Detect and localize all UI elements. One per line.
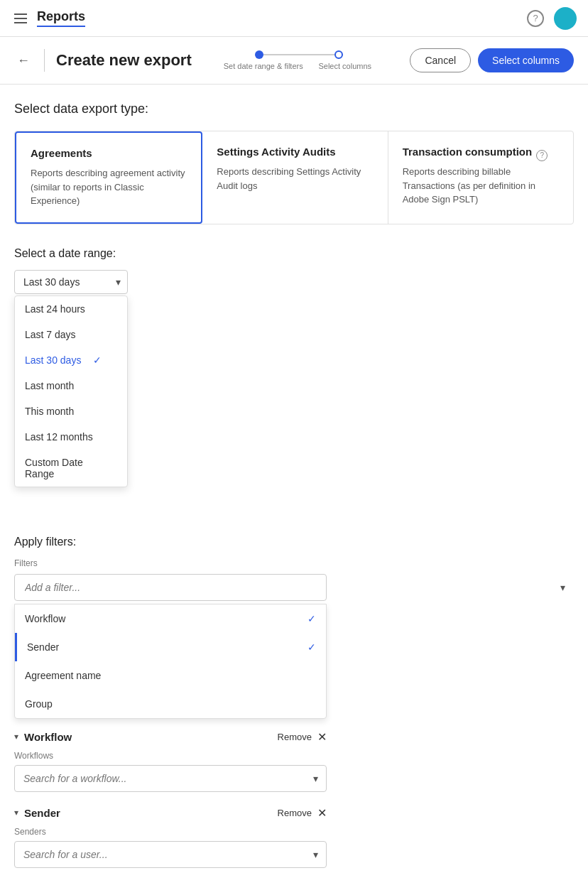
export-card-agreements-title: Agreements xyxy=(31,147,187,159)
export-type-grid: Agreements Reports describing agreement … xyxy=(14,131,574,224)
filters-label: Filters xyxy=(14,558,574,568)
date-option-last-month[interactable]: Last month xyxy=(15,373,127,398)
filter-sender-field-label: Senders xyxy=(14,827,327,837)
date-range-dropdown-wrapper: Last 30 days ▾ Last 24 hours Last 7 days… xyxy=(14,270,128,294)
filter-sender-search-wrapper: ▾ xyxy=(14,841,327,868)
filter-option-sender-label: Sender xyxy=(27,641,59,653)
filters-section: Apply filters: Filters ▾ Workflow ✓ Send… xyxy=(14,536,574,868)
filter-option-sender[interactable]: Sender ✓ xyxy=(15,633,326,661)
filter-dropdown: Workflow ✓ Sender ✓ Agreement name Group xyxy=(14,604,327,719)
filter-workflow-search-input[interactable] xyxy=(14,765,327,792)
stepper-dot-2 xyxy=(334,50,343,59)
stepper-track xyxy=(255,50,343,59)
filter-option-workflow-label: Workflow xyxy=(25,613,65,624)
filter-option-sender-check: ✓ xyxy=(307,641,316,653)
main-content: Select data export type: Agreements Repo… xyxy=(0,85,588,895)
stepper-line xyxy=(263,54,334,55)
apply-filters-title: Apply filters: xyxy=(14,536,574,548)
filter-option-group[interactable]: Group xyxy=(15,690,326,718)
filter-workflow-search-wrapper: ▾ xyxy=(14,765,327,792)
filter-block-sender: ▾ Sender Remove ✕ Senders ▾ xyxy=(14,806,327,868)
filter-sender-search-chevron: ▾ xyxy=(313,849,318,860)
filter-option-agreement-name[interactable]: Agreement name xyxy=(15,661,326,690)
date-option-last-24[interactable]: Last 24 hours xyxy=(15,296,127,322)
filter-sender-search-input[interactable] xyxy=(14,841,327,868)
date-range-value: Last 30 days xyxy=(23,276,80,288)
page-header: ← Create new export Set date range & fil… xyxy=(0,37,588,85)
date-option-last-12-label: Last 12 months xyxy=(25,431,93,443)
export-card-agreements[interactable]: Agreements Reports describing agreement … xyxy=(15,131,202,224)
hamburger-menu-icon[interactable] xyxy=(11,11,30,26)
cancel-button[interactable]: Cancel xyxy=(410,48,471,72)
date-option-last-24-label: Last 24 hours xyxy=(25,303,85,315)
date-range-menu: Last 24 hours Last 7 days Last 30 days ✓… xyxy=(14,295,128,487)
date-option-last-30-checkmark: ✓ xyxy=(93,354,102,366)
filter-sender-remove-button[interactable]: Remove xyxy=(278,808,312,818)
filter-block-workflow-left: ▾ Workflow xyxy=(14,731,72,743)
stepper-label-2: Select columns xyxy=(310,62,381,70)
filter-block-sender-left: ▾ Sender xyxy=(14,807,60,819)
stepper-label-1: Set date range & filters xyxy=(217,62,310,70)
avatar[interactable] xyxy=(554,7,577,30)
header-actions: Cancel Select columns xyxy=(410,48,574,72)
export-card-transaction-desc: Reports describing billable Transactions… xyxy=(403,165,559,207)
select-columns-button[interactable]: Select columns xyxy=(478,48,574,72)
stepper-dot-1 xyxy=(255,50,263,59)
filter-block-workflow-actions: Remove ✕ xyxy=(278,730,327,744)
help-icon[interactable]: ? xyxy=(527,10,544,27)
filter-option-agreement-name-label: Agreement name xyxy=(25,670,101,681)
date-option-last-7[interactable]: Last 7 days xyxy=(15,322,127,347)
filter-workflow-close-button[interactable]: ✕ xyxy=(317,730,327,744)
filter-option-group-label: Group xyxy=(25,698,53,710)
filter-block-workflow-header: ▾ Workflow Remove ✕ xyxy=(14,730,327,744)
stepper: Set date range & filters Select columns xyxy=(217,50,381,70)
export-type-title: Select data export type: xyxy=(14,102,574,116)
top-nav: Reports ? xyxy=(0,0,588,37)
filter-block-sender-chevron[interactable]: ▾ xyxy=(14,808,18,818)
date-range-section: Select a date range: Last 30 days ▾ Last… xyxy=(14,247,574,294)
page-title: Create new export xyxy=(56,51,192,70)
date-option-last-month-label: Last month xyxy=(25,380,74,391)
filter-option-workflow-check: ✓ xyxy=(307,613,316,624)
export-card-agreements-desc: Reports describing agreement activity (s… xyxy=(31,166,187,208)
date-option-this-month-label: This month xyxy=(25,406,74,417)
date-option-last-7-label: Last 7 days xyxy=(25,329,76,340)
date-option-last-12[interactable]: Last 12 months xyxy=(15,424,127,450)
export-card-settings-desc: Reports describing Settings Activity Aud… xyxy=(217,165,373,192)
date-range-title: Select a date range: xyxy=(14,247,574,260)
filter-add-chevron-icon: ▾ xyxy=(560,582,565,593)
export-card-transaction-title-row: Transaction consumption ? xyxy=(403,146,559,165)
filter-block-sender-title: Sender xyxy=(24,807,60,819)
filter-sender-close-button[interactable]: ✕ xyxy=(317,806,327,820)
top-nav-left: Reports xyxy=(11,9,85,27)
date-option-last-30[interactable]: Last 30 days ✓ xyxy=(15,347,127,373)
export-card-transaction-title: Transaction consumption xyxy=(403,146,533,158)
export-card-settings-title: Settings Activity Audits xyxy=(217,146,373,158)
filter-workflow-remove-button[interactable]: Remove xyxy=(278,732,312,742)
date-option-custom-label: Custom Date Range xyxy=(25,457,102,479)
filter-option-workflow[interactable]: Workflow ✓ xyxy=(15,604,326,633)
filter-block-workflow-title: Workflow xyxy=(24,731,72,743)
date-option-this-month[interactable]: This month xyxy=(15,398,127,424)
date-option-last-30-label: Last 30 days xyxy=(25,354,81,366)
filter-add-wrapper: ▾ xyxy=(14,574,574,601)
header-divider xyxy=(44,49,45,72)
top-nav-right: ? xyxy=(527,7,577,30)
back-button[interactable]: ← xyxy=(14,50,33,71)
filter-add-input[interactable] xyxy=(14,574,327,601)
app-title: Reports xyxy=(37,9,85,27)
date-range-dropdown[interactable]: Last 30 days xyxy=(14,270,128,294)
filter-workflow-field-label: Workflows xyxy=(14,751,327,761)
filter-block-workflow: ▾ Workflow Remove ✕ Workflows ▾ xyxy=(14,730,327,792)
filter-block-sender-header: ▾ Sender Remove ✕ xyxy=(14,806,327,820)
filter-workflow-search-chevron: ▾ xyxy=(313,773,318,784)
export-card-settings-activity[interactable]: Settings Activity Audits Reports describ… xyxy=(202,131,388,224)
stepper-labels: Set date range & filters Select columns xyxy=(217,62,381,70)
info-icon[interactable]: ? xyxy=(536,150,548,161)
date-option-custom[interactable]: Custom Date Range xyxy=(15,450,127,487)
export-card-transaction[interactable]: Transaction consumption ? Reports descri… xyxy=(388,131,573,224)
filter-block-workflow-chevron[interactable]: ▾ xyxy=(14,732,18,742)
filter-block-sender-actions: Remove ✕ xyxy=(278,806,327,820)
